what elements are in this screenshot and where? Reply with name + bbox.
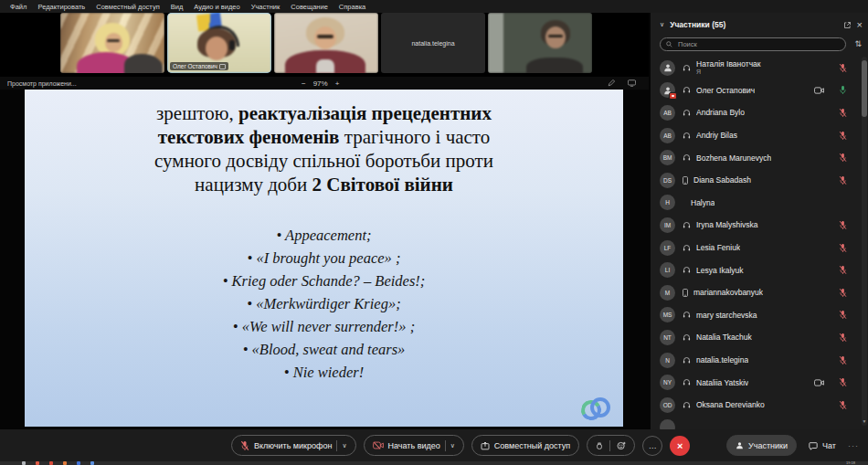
mic-muted-icon: [839, 265, 847, 275]
zoom-controls: − 97% +: [302, 79, 339, 88]
sort-participants-icon[interactable]: ⇅: [854, 39, 862, 48]
participant-row[interactable]: DS Diana Sabadash: [651, 169, 861, 192]
share-button[interactable]: Совместный доступ: [471, 435, 579, 456]
participant-row[interactable]: BM Bozhena Marunevych: [651, 146, 861, 169]
close-icon: ×: [677, 440, 683, 451]
avatar: IM: [660, 217, 675, 233]
menu-item[interactable]: Участник: [246, 3, 286, 11]
pop-out-icon[interactable]: [843, 21, 852, 29]
participant-name: mariannakovbanyuk: [693, 288, 763, 297]
menu-item[interactable]: Совместный доступ: [90, 3, 164, 11]
participant-row[interactable]: Наталія Іванотчак Я: [651, 57, 861, 79]
more-options-button[interactable]: …: [642, 436, 662, 456]
mic-muted-icon: [839, 153, 847, 163]
avatar: M: [660, 285, 675, 301]
participant-row[interactable]: AB Andriy Bilas: [651, 124, 861, 147]
chat-label: Чат: [822, 441, 836, 450]
participant-name: Oksana Derevianko: [696, 400, 765, 409]
participants-toggle-button[interactable]: Участники: [726, 435, 797, 456]
avatar: OD: [660, 397, 675, 413]
participants-toggle-label: Участники: [748, 441, 788, 450]
video-tile-camera-off[interactable]: natalia.telegina: [381, 13, 485, 73]
toolbar-more-icon[interactable]: ···: [848, 441, 859, 450]
headset-icon: [683, 333, 691, 342]
participant-row[interactable]: N natalia.telegina: [651, 349, 861, 372]
scrollbar[interactable]: [862, 57, 867, 426]
menu-item[interactable]: Редактировать: [32, 3, 90, 11]
slide-heading: зрештою, реактуалізація прецедентнихтекс…: [25, 101, 623, 196]
participant-row[interactable]: MS mary starchevska: [651, 304, 861, 327]
app-menu-bar: ФайлРедактироватьСовместный доступВидАуд…: [0, 0, 868, 13]
unmute-button[interactable]: Включить микрофон ∨: [231, 435, 356, 456]
participant-row[interactable]: IM Iryna Malyshivska: [651, 214, 861, 237]
participant-name: Andriy Bilas: [696, 131, 737, 140]
raise-hand-icon[interactable]: [596, 441, 603, 450]
avatar-initials: LI: [665, 267, 670, 273]
search-input[interactable]: [676, 39, 840, 49]
scroll-down-arrow[interactable]: ▼: [862, 419, 867, 424]
menu-item[interactable]: Вид: [165, 3, 189, 11]
zoom-out-button[interactable]: −: [302, 79, 306, 88]
shared-content-bar: Просмотр приложени... − 97% +: [0, 77, 649, 90]
participant-name: Natalia Tkachuk: [696, 333, 752, 342]
slide-bullet: • «I brought you peace» ;: [25, 247, 623, 269]
video-strip: Олег Остапович natalia.telegina: [0, 13, 649, 77]
video-tile-5[interactable]: [488, 13, 592, 73]
menu-item[interactable]: Совещание: [285, 3, 333, 11]
webex-logo: [580, 396, 609, 418]
collapse-chevron-icon[interactable]: ∨: [660, 21, 664, 28]
taskbar-clock: 19:18: [846, 461, 855, 465]
share-indicator-icon: [219, 64, 226, 69]
reactions-smiley-icon[interactable]: [617, 441, 626, 450]
avatar-initials: LF: [664, 245, 672, 251]
participant-row[interactable]: AB Andriana Bylo: [651, 101, 861, 124]
avatar-initials: M: [665, 290, 670, 296]
chevron-down-icon[interactable]: ∨: [342, 442, 346, 449]
os-taskbar: 19:18: [0, 461, 868, 465]
mic-muted-icon: [839, 220, 847, 230]
zoom-level: 97%: [313, 79, 328, 88]
participant-row[interactable]: H Halyna: [651, 192, 861, 215]
chevron-down-icon[interactable]: ∨: [450, 442, 455, 449]
mic-muted-icon: [839, 377, 847, 387]
headset-icon: [683, 86, 691, 94]
view-options-icon[interactable]: [628, 79, 636, 87]
participant-row[interactable]: NT Natalia Tkachuk: [651, 326, 861, 349]
avatar-initials: NT: [663, 334, 672, 341]
avatar-initials: MS: [663, 312, 672, 318]
headset-icon: [683, 401, 691, 409]
zoom-in-button[interactable]: +: [335, 79, 340, 88]
close-panel-icon[interactable]: ×: [857, 20, 863, 29]
video-tile-1[interactable]: [60, 13, 164, 73]
participant-search[interactable]: [660, 37, 846, 51]
menu-item[interactable]: Аудио и видео: [188, 3, 245, 11]
leave-meeting-button[interactable]: ×: [670, 436, 690, 456]
start-video-label: Начать видео: [388, 441, 440, 450]
avatar-initials: OD: [663, 402, 672, 408]
menu-item[interactable]: Файл: [5, 3, 32, 11]
participant-row[interactable]: M mariannakovbanyuk: [651, 281, 861, 304]
taskbar-icons[interactable]: [22, 461, 94, 465]
participant-self-label: Я: [696, 69, 761, 75]
menu-item[interactable]: Справка: [333, 3, 371, 11]
start-video-button[interactable]: Начать видео ∨: [364, 435, 464, 456]
participant-row[interactable]: LF Lesia Feniuk: [651, 237, 861, 259]
chat-button[interactable]: Чат: [809, 441, 836, 450]
scrollbar-thumb[interactable]: [862, 60, 867, 117]
slide-bullet: • «Blood, sweat and tears»: [25, 338, 623, 361]
video-tile-active-speaker[interactable]: Олег Остапович: [167, 13, 271, 73]
annotate-icon[interactable]: [608, 79, 615, 87]
participant-row[interactable]: NY Nataliia Yatskiv: [651, 371, 861, 394]
participants-header: ∨ Участники (55) ×: [660, 17, 863, 32]
participant-name: Iryna Malyshivska: [696, 220, 758, 229]
meeting-toolbar: Включить микрофон ∨ Начать видео ∨ Совме…: [0, 429, 868, 461]
share-label: Совместный доступ: [494, 441, 570, 450]
participant-row[interactable]: [651, 417, 861, 430]
video-tile-3[interactable]: [274, 13, 378, 73]
participants-title: Участники (55): [670, 20, 725, 29]
participant-row[interactable]: OD Oksana Derevianko: [651, 394, 861, 417]
participant-row[interactable]: LI Lesya Ikalyuk: [651, 259, 861, 281]
participant-row[interactable]: Олег Остапович: [651, 79, 861, 102]
participant-name: Halyna: [691, 198, 715, 207]
participant-name: Наталія Іванотчак: [696, 60, 761, 69]
